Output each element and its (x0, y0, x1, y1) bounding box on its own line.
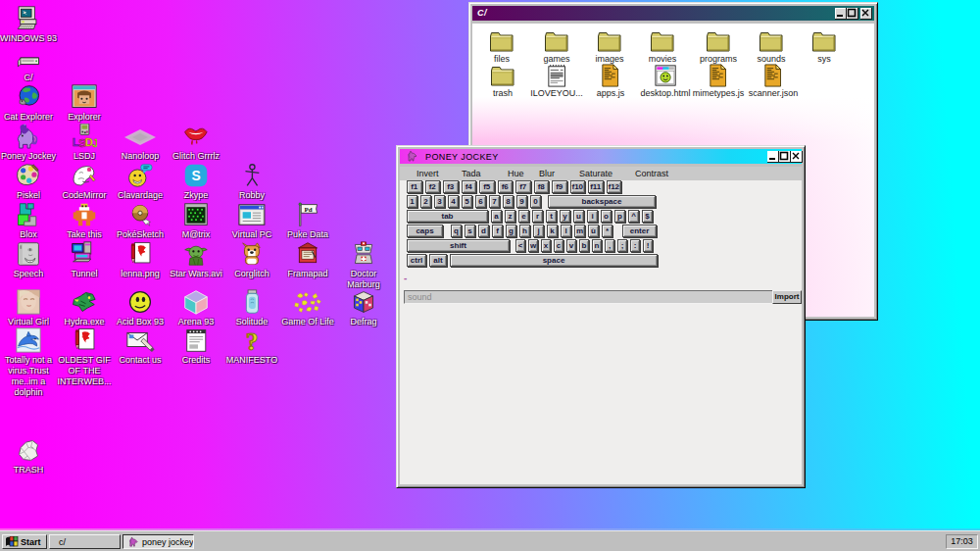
svg-text:?: ? (246, 327, 259, 353)
svg-text:Pd: Pd (305, 206, 313, 213)
svg-text:J: J (92, 137, 97, 149)
svg-text:S: S (191, 168, 200, 183)
